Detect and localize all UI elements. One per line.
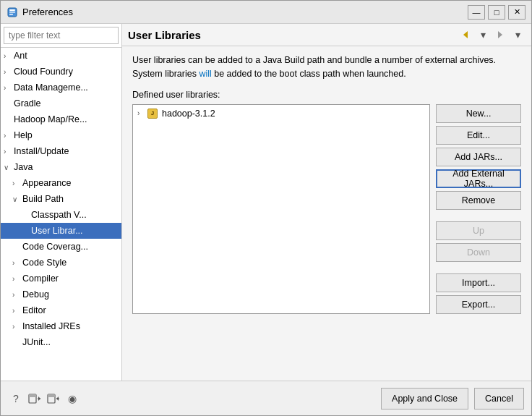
- window-icon: [7, 7, 18, 18]
- chevron-icon: ›: [4, 68, 14, 76]
- title-bar: Preferences — □ ✕: [1, 1, 531, 24]
- sidebar-item-compiler[interactable]: ›Compiler: [1, 271, 121, 286]
- chevron-icon: ›: [4, 84, 14, 92]
- sidebar: ›Ant›Cloud Foundry›Data Manageme...Gradl…: [1, 24, 122, 381]
- sidebar-item-hadoop[interactable]: Hadoop Map/Re...: [1, 111, 121, 127]
- sidebar-item-label: Cloud Foundry: [14, 67, 73, 77]
- sidebar-item-label: JUnit...: [22, 337, 51, 347]
- minimize-button[interactable]: —: [468, 5, 485, 20]
- sidebar-item-gradle[interactable]: Gradle: [1, 95, 121, 111]
- sidebar-item-label: Code Coverag...: [22, 242, 88, 252]
- bottom-buttons: Apply and Close Cancel: [381, 388, 524, 409]
- sidebar-item-junit[interactable]: JUnit...: [1, 334, 121, 350]
- back-icon[interactable]: [458, 27, 473, 43]
- sidebar-item-appearance[interactable]: ›Appearance: [1, 175, 121, 191]
- bottom-icons: ? ◉: [8, 391, 80, 407]
- export-btn[interactable]: Export...: [436, 295, 521, 314]
- chevron-icon: ›: [4, 132, 14, 140]
- sidebar-item-label: Data Manageme...: [14, 82, 88, 93]
- svg-marker-4: [463, 31, 468, 38]
- sidebar-item-user-libraries[interactable]: User Librar...: [1, 223, 121, 239]
- main-panel: User Libraries ▾ ▾ User libraries can be…: [122, 24, 531, 381]
- back-dropdown-icon[interactable]: ▾: [475, 27, 491, 43]
- preferences-icon[interactable]: ◉: [64, 391, 80, 407]
- sidebar-item-label: Installed JREs: [22, 321, 80, 331]
- main-toolbar: User Libraries ▾ ▾: [122, 24, 531, 46]
- svg-rect-7: [29, 394, 36, 397]
- sidebar-item-installed-jres[interactable]: ›Installed JREs: [1, 318, 121, 334]
- chevron-icon: ›: [4, 148, 14, 156]
- spacer: [436, 265, 521, 271]
- sidebar-item-data-management[interactable]: ›Data Manageme...: [1, 80, 121, 95]
- chevron-icon: ›: [12, 259, 22, 267]
- remove-btn[interactable]: Remove: [436, 191, 521, 210]
- window-title: Preferences: [22, 7, 468, 17]
- edit-btn[interactable]: Edit...: [436, 126, 521, 145]
- maximize-button[interactable]: □: [488, 5, 505, 20]
- cancel-button[interactable]: Cancel: [474, 388, 524, 409]
- will-link[interactable]: will: [199, 69, 211, 79]
- sidebar-item-label: Classpath V...: [31, 210, 87, 220]
- chevron-icon: ›: [4, 52, 14, 60]
- filter-box: [1, 24, 121, 48]
- sidebar-item-label: Ant: [14, 51, 27, 61]
- library-item[interactable]: ›Jhadoop-3.1.2: [133, 105, 429, 122]
- sidebar-item-label: Help: [14, 130, 33, 140]
- chevron-icon: ›: [12, 323, 22, 331]
- filter-input[interactable]: [4, 27, 119, 44]
- help-icon[interactable]: ?: [8, 391, 24, 407]
- toolbar-icons: ▾ ▾: [458, 27, 525, 43]
- sidebar-item-debug[interactable]: ›Debug: [1, 286, 121, 302]
- sidebar-item-install-update[interactable]: ›Install/Update: [1, 143, 121, 159]
- content-area: ›Ant›Cloud Foundry›Data Manageme...Gradl…: [1, 24, 531, 381]
- libraries-body: ›Jhadoop-3.1.2 New...Edit...Add JARs...A…: [132, 104, 521, 314]
- description-text: User libraries can be added to a Java Bu…: [132, 54, 521, 81]
- window-controls: — □ ✕: [468, 5, 525, 20]
- sidebar-item-label: Install/Update: [14, 146, 69, 156]
- page-title: User Libraries: [128, 29, 201, 41]
- chevron-icon: ›: [12, 291, 22, 299]
- libraries-section: Defined user libraries: ›Jhadoop-3.1.2 N…: [132, 90, 521, 314]
- chevron-icon: ›: [12, 179, 22, 187]
- import-btn[interactable]: Import...: [436, 273, 521, 292]
- sidebar-item-classpath-v[interactable]: Classpath V...: [1, 207, 121, 223]
- sidebar-item-cloud-foundry[interactable]: ›Cloud Foundry: [1, 64, 121, 80]
- libraries-list[interactable]: ›Jhadoop-3.1.2: [132, 104, 430, 314]
- svg-rect-2: [9, 12, 15, 13]
- section-label: Defined user libraries:: [132, 90, 521, 100]
- forward-icon[interactable]: [492, 27, 508, 43]
- sidebar-item-label: Debug: [22, 289, 49, 300]
- buttons-col: New...Edit...Add JARs...Add External JAR…: [436, 104, 521, 314]
- jar-icon: J: [146, 109, 159, 119]
- preferences-dialog: Preferences — □ ✕ ›Ant›Cloud Foundry›Dat…: [0, 0, 532, 416]
- sidebar-item-java[interactable]: ∨Java: [1, 159, 121, 175]
- svg-marker-13: [56, 396, 59, 401]
- svg-marker-9: [38, 396, 40, 401]
- sidebar-item-code-style[interactable]: ›Code Style: [1, 255, 121, 271]
- sidebar-item-code-coverage[interactable]: Code Coverag...: [1, 239, 121, 255]
- sidebar-item-label: User Librar...: [31, 226, 83, 236]
- sidebar-item-help[interactable]: ›Help: [1, 127, 121, 143]
- main-content: User libraries can be added to a Java Bu…: [122, 46, 531, 381]
- add-jars-btn[interactable]: Add JARs...: [436, 148, 521, 166]
- svg-rect-11: [48, 394, 55, 397]
- sidebar-item-editor[interactable]: ›Editor: [1, 302, 121, 318]
- forward-dropdown-icon[interactable]: ▾: [510, 27, 525, 43]
- lib-chevron-icon: ›: [137, 109, 146, 117]
- close-button[interactable]: ✕: [508, 5, 525, 20]
- new-btn[interactable]: New...: [436, 104, 521, 123]
- add-external-jars-btn[interactable]: Add External JARs...: [436, 169, 521, 188]
- svg-marker-5: [498, 31, 502, 38]
- chevron-icon: ›: [12, 275, 22, 283]
- chevron-icon: ∨: [12, 195, 22, 203]
- spacer: [436, 213, 521, 218]
- import-icon[interactable]: [46, 391, 61, 407]
- sidebar-item-label: Compiler: [22, 273, 59, 284]
- sidebar-item-ant[interactable]: ›Ant: [1, 48, 121, 64]
- apply-close-button[interactable]: Apply and Close: [381, 388, 468, 409]
- sidebar-item-label: Code Style: [22, 258, 66, 268]
- export-icon[interactable]: [27, 391, 43, 407]
- library-name: hadoop-3.1.2: [162, 109, 215, 119]
- sidebar-item-build-path[interactable]: ∨Build Path: [1, 191, 121, 207]
- sidebar-item-label: Gradle: [14, 98, 41, 109]
